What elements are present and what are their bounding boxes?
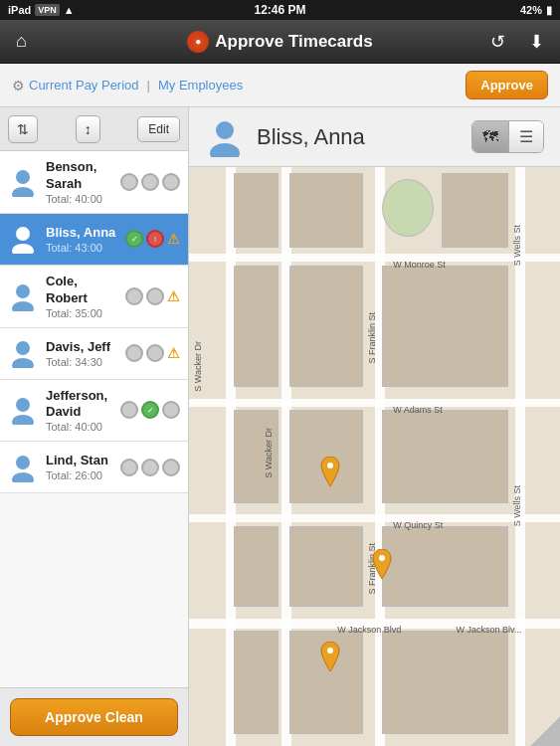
employee-list: Benson, SarahTotal: 40:00Bliss, AnnaTota… bbox=[0, 151, 188, 687]
svg-point-15 bbox=[379, 555, 385, 561]
svg-point-7 bbox=[12, 358, 34, 368]
approve-clean-button[interactable]: Approve Clean bbox=[10, 698, 178, 736]
employee-badges-bliss-anna: ✓!⚠ bbox=[125, 230, 180, 248]
sort-icon: ⇅ bbox=[17, 121, 29, 137]
block-12 bbox=[289, 526, 364, 607]
svg-point-12 bbox=[216, 121, 234, 139]
employee-info-bliss-anna: Bliss, AnnaTotal: 43:00 bbox=[46, 225, 121, 254]
map-area[interactable]: W Monroe St W Adams St W Quincy St W Jac… bbox=[189, 167, 560, 746]
wifi-icon: ▲ bbox=[64, 4, 75, 16]
map-view-button[interactable]: 🗺 bbox=[472, 121, 509, 152]
svg-point-0 bbox=[16, 170, 30, 184]
gray-badge-lind-stan-1 bbox=[141, 459, 159, 476]
block-10 bbox=[382, 410, 508, 502]
red-badge-bliss-anna-1: ! bbox=[146, 230, 164, 248]
employee-avatar-cole-robert bbox=[8, 281, 38, 311]
map-pin-3 bbox=[318, 642, 342, 671]
employee-item-benson-sarah[interactable]: Benson, SarahTotal: 40:00 bbox=[0, 151, 188, 214]
employee-badges-cole-robert: ⚠ bbox=[125, 287, 180, 305]
employee-name-bliss-anna: Bliss, Anna bbox=[46, 225, 121, 242]
current-pay-period-link[interactable]: Current Pay Period bbox=[29, 78, 139, 93]
block-3 bbox=[382, 179, 434, 237]
svg-point-5 bbox=[12, 301, 34, 311]
svg-point-14 bbox=[327, 463, 333, 468]
block-2 bbox=[289, 173, 364, 249]
home-icon[interactable]: ⌂ bbox=[10, 29, 33, 54]
employee-name-cole-robert: Cole, Robert bbox=[46, 274, 121, 307]
employee-badges-lind-stan bbox=[120, 459, 180, 476]
green-badge-jefferson-david-1: ✓ bbox=[141, 401, 159, 419]
employee-item-jefferson-david[interactable]: Jefferson, DavidTotal: 40:00✓ bbox=[0, 380, 188, 443]
employee-item-bliss-anna[interactable]: Bliss, AnnaTotal: 43:00✓!⚠ bbox=[0, 214, 188, 266]
edit-button[interactable]: Edit bbox=[137, 116, 180, 142]
block-8 bbox=[234, 410, 279, 502]
nav-home-button[interactable]: ⌂ bbox=[10, 29, 33, 54]
employee-avatar-jefferson-david bbox=[8, 395, 38, 425]
employee-total-bliss-anna: Total: 43:00 bbox=[46, 242, 121, 254]
green-badge-bliss-anna-0: ✓ bbox=[125, 230, 143, 248]
employee-info-davis-jeff: Davis, JeffTotal: 34:30 bbox=[46, 339, 121, 368]
view-toggle: 🗺 ☰ bbox=[471, 120, 544, 153]
sidebar-header: ⇅ ↕ Edit bbox=[0, 107, 188, 151]
svg-point-8 bbox=[16, 398, 30, 412]
main-content: ⇅ ↕ Edit Benson, SarahTotal: 40:00Bliss,… bbox=[0, 107, 560, 746]
employee-name-benson-sarah: Benson, Sarah bbox=[46, 159, 116, 193]
filter-icon-button[interactable]: ↕ bbox=[76, 115, 100, 143]
approve-button[interactable]: Approve bbox=[466, 71, 548, 99]
my-employees-link[interactable]: My Employees bbox=[158, 78, 243, 93]
employee-avatar-lind-stan bbox=[8, 453, 38, 482]
toolbar-left: ⚙ Current Pay Period | My Employees bbox=[12, 78, 243, 93]
block-5 bbox=[234, 266, 279, 387]
employee-total-jefferson-david: Total: 40:00 bbox=[46, 421, 116, 433]
filter-icon: ↕ bbox=[85, 121, 92, 137]
svg-point-13 bbox=[210, 143, 240, 157]
status-bar-time: 12:46 PM bbox=[254, 3, 305, 17]
employee-total-lind-stan: Total: 26:00 bbox=[46, 469, 116, 481]
list-view-button[interactable]: ☰ bbox=[509, 121, 543, 152]
employee-info-jefferson-david: Jefferson, DavidTotal: 40:00 bbox=[46, 388, 116, 434]
svg-point-2 bbox=[16, 227, 30, 241]
block-14 bbox=[234, 631, 279, 735]
employee-item-davis-jeff[interactable]: Davis, JeffTotal: 34:30⚠ bbox=[0, 328, 188, 380]
settings-icon: ⚙ bbox=[12, 78, 25, 93]
employee-avatar-davis-jeff bbox=[8, 338, 38, 368]
block-6 bbox=[289, 266, 364, 387]
gray-badge-benson-sarah-0 bbox=[120, 173, 138, 191]
gray-badge-cole-robert-0 bbox=[125, 287, 143, 305]
nav-bar: ⌂ ● Approve Timecards ↺ ⬇ bbox=[0, 20, 560, 64]
sidebar: ⇅ ↕ Edit Benson, SarahTotal: 40:00Bliss,… bbox=[0, 107, 189, 746]
employee-item-cole-robert[interactable]: Cole, RobertTotal: 35:00⚠ bbox=[0, 266, 188, 328]
map-pin-1 bbox=[318, 457, 342, 486]
vpn-label: VPN bbox=[35, 4, 60, 16]
employee-item-lind-stan[interactable]: Lind, StanTotal: 26:00 bbox=[0, 442, 188, 493]
employee-avatar-benson-sarah bbox=[8, 167, 38, 197]
status-bar-left: iPad VPN ▲ bbox=[8, 4, 75, 16]
employee-badges-davis-jeff: ⚠ bbox=[125, 344, 180, 362]
status-bar: iPad VPN ▲ 12:46 PM 42% ▮ bbox=[0, 0, 560, 20]
download-button[interactable]: ⬇ bbox=[523, 29, 550, 55]
gray-badge-benson-sarah-2 bbox=[162, 173, 180, 191]
warning-badge-davis-jeff-2: ⚠ bbox=[167, 345, 180, 361]
svg-point-1 bbox=[12, 187, 34, 197]
svg-point-3 bbox=[12, 244, 34, 254]
battery-label: 42% bbox=[520, 4, 542, 16]
gray-badge-jefferson-david-2 bbox=[162, 401, 180, 419]
employee-total-cole-robert: Total: 35:00 bbox=[46, 307, 121, 319]
detail-avatar bbox=[205, 117, 245, 157]
list-icon: ☰ bbox=[519, 128, 533, 145]
block-7 bbox=[382, 266, 508, 387]
svg-point-10 bbox=[16, 456, 30, 469]
refresh-button[interactable]: ↺ bbox=[484, 29, 511, 55]
block-16 bbox=[382, 631, 508, 735]
gray-badge-cole-robert-1 bbox=[146, 287, 164, 305]
right-panel: Bliss, Anna 🗺 ☰ bbox=[189, 107, 560, 746]
employee-name-davis-jeff: Davis, Jeff bbox=[46, 339, 121, 356]
svg-point-11 bbox=[12, 472, 34, 482]
employee-info-lind-stan: Lind, StanTotal: 26:00 bbox=[46, 453, 116, 481]
map-pin-2 bbox=[370, 549, 394, 579]
svg-point-4 bbox=[16, 284, 30, 298]
employee-avatar-bliss-anna bbox=[8, 224, 38, 254]
block-4 bbox=[442, 173, 508, 249]
employee-info-benson-sarah: Benson, SarahTotal: 40:00 bbox=[46, 159, 116, 205]
sort-icon-button[interactable]: ⇅ bbox=[8, 115, 38, 143]
